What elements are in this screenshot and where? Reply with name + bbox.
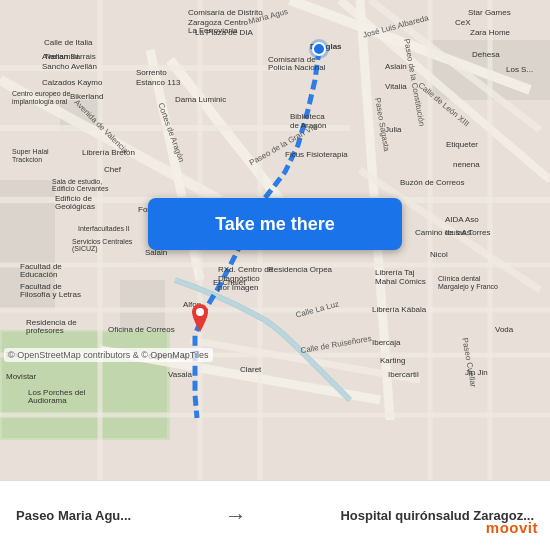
origin-text: Paseo Maria Agu...: [16, 508, 131, 523]
copyright-text: © OpenStreetMap contributors & © OpenMap…: [4, 348, 213, 362]
map-container: Comisaría de Distrito Zaragoza Centro La…: [0, 0, 550, 480]
origin-pin: [312, 42, 326, 56]
bottom-bar: Paseo Maria Agu... → Hospital quirónsalu…: [0, 480, 550, 550]
moovit-logo: moovit: [486, 519, 538, 536]
destination-pin: [189, 304, 211, 332]
origin-label: Paseo Maria Agu...: [16, 508, 131, 523]
take-me-there-button[interactable]: Take me there: [148, 198, 402, 250]
arrow-icon: →: [225, 503, 247, 529]
moovit-logo-text: moovit: [486, 519, 538, 536]
svg-point-29: [196, 308, 204, 316]
svg-rect-3: [120, 280, 165, 330]
